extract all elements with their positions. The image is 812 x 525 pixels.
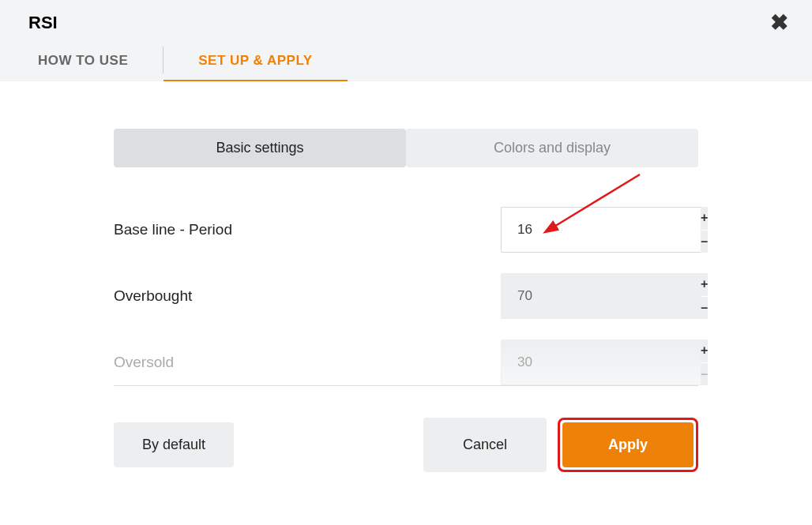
overbought-minus-button[interactable]: – (701, 297, 708, 320)
baseline-input-wrap: + – (501, 207, 698, 253)
footer-buttons: By default Cancel Apply (114, 418, 698, 472)
divider (114, 385, 698, 386)
baseline-plus-button[interactable]: + (701, 207, 708, 231)
oversold-label: Oversold (114, 354, 174, 371)
header-top-row: RSI ✖ (0, 0, 812, 39)
overbought-stepper: + – (701, 273, 708, 319)
by-default-button[interactable]: By default (114, 422, 234, 467)
modal-header: RSI ✖ HOW TO USE SET UP & APPLY (0, 0, 812, 81)
tab-setup-apply[interactable]: SET UP & APPLY (164, 39, 347, 81)
close-icon[interactable]: ✖ (765, 9, 793, 36)
oversold-minus-button[interactable]: – (701, 363, 708, 386)
footer-right-group: Cancel Apply (423, 418, 698, 472)
tab-how-to-use[interactable]: HOW TO USE (38, 39, 163, 81)
oversold-input[interactable] (501, 339, 701, 385)
overbought-input-wrap: + – (501, 273, 698, 319)
modal-content: Basic settings Colors and display Base l… (0, 81, 812, 504)
baseline-stepper: + – (701, 207, 708, 253)
field-baseline-period: Base line - Period + – (114, 207, 698, 253)
sub-tabs: Basic settings Colors and display (114, 129, 698, 167)
overbought-input[interactable] (501, 273, 701, 319)
oversold-stepper: + – (701, 339, 708, 385)
settings-inner: Basic settings Colors and display Base l… (114, 129, 698, 472)
field-oversold: Oversold + – (114, 339, 698, 385)
modal-rsi-settings: RSI ✖ HOW TO USE SET UP & APPLY Basic se… (0, 0, 812, 504)
field-overbought: Overbought + – (114, 273, 698, 319)
baseline-label: Base line - Period (114, 221, 232, 238)
baseline-input[interactable] (501, 207, 701, 253)
subtab-colors-display[interactable]: Colors and display (406, 129, 698, 167)
subtab-basic-settings[interactable]: Basic settings (114, 129, 406, 167)
overbought-plus-button[interactable]: + (701, 273, 708, 297)
oversold-input-wrap: + – (501, 339, 698, 385)
main-tabs: HOW TO USE SET UP & APPLY (0, 39, 812, 81)
apply-highlight-box: Apply (558, 418, 698, 472)
overbought-label: Overbought (114, 287, 192, 305)
baseline-minus-button[interactable]: – (701, 231, 708, 253)
apply-button[interactable]: Apply (562, 422, 694, 467)
cancel-button[interactable]: Cancel (423, 418, 547, 472)
oversold-plus-button[interactable]: + (701, 339, 708, 363)
modal-title: RSI (28, 13, 58, 33)
